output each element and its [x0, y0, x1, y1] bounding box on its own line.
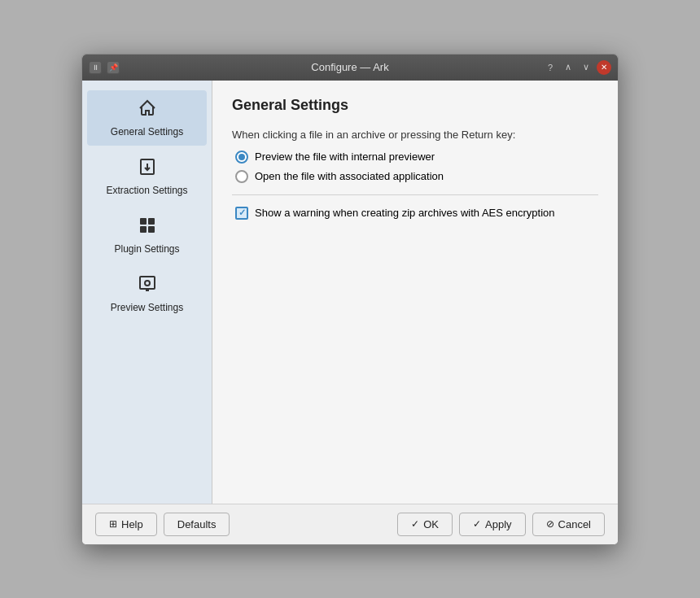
radio-group: Preview the file with internal previewer… — [235, 151, 598, 183]
home-icon — [138, 98, 157, 123]
cancel-button[interactable]: ⊘ Cancel — [532, 513, 605, 536]
titlebar-maximize-btn[interactable]: ∨ — [579, 60, 593, 75]
radio-open-label: Open the file with associated applicatio… — [255, 170, 444, 182]
titlebar-minimize-btn[interactable]: ∧ — [561, 60, 575, 75]
sidebar-label-extraction: Extraction Settings — [106, 185, 187, 196]
titlebar-close-btn[interactable]: ✕ — [597, 60, 611, 75]
sidebar-item-preview[interactable]: Preview Settings — [87, 266, 207, 321]
footer: ⊞ Help Defaults ✓ OK ✓ Apply ⊘ Cancel — [82, 504, 618, 544]
radio-preview-circle — [235, 151, 248, 164]
checkbox-aes-box — [235, 207, 248, 220]
plugin-icon — [138, 216, 157, 240]
titlebar-right-controls: ? ∧ ∨ ✕ — [543, 60, 611, 75]
sidebar-item-extraction[interactable]: Extraction Settings — [87, 149, 207, 204]
svg-point-7 — [145, 281, 150, 286]
ok-button[interactable]: ✓ OK — [397, 513, 453, 536]
titlebar-pause-btn[interactable]: ⏸ — [89, 61, 102, 74]
main-panel: General Settings When clicking a file in… — [212, 81, 618, 504]
footer-right: ✓ OK ✓ Apply ⊘ Cancel — [397, 513, 605, 536]
help-button[interactable]: ⊞ Help — [95, 513, 157, 536]
preview-icon — [138, 274, 157, 299]
radio-preview-label: Preview the file with internal previewer — [255, 151, 435, 163]
window-title: Configure — Ark — [311, 61, 388, 73]
titlebar-pin-btn[interactable]: 📌 — [107, 61, 120, 74]
defaults-button[interactable]: Defaults — [164, 513, 230, 536]
sidebar-item-general[interactable]: General Settings — [87, 90, 207, 146]
svg-rect-5 — [148, 226, 155, 233]
checkbox-aes-label: Show a warning when creating zip archive… — [255, 207, 555, 219]
titlebar-left-controls: ⏸ 📌 — [89, 61, 120, 74]
sidebar-label-general: General Settings — [111, 126, 183, 137]
checkbox-aes[interactable]: Show a warning when creating zip archive… — [235, 207, 598, 220]
cancel-icon: ⊘ — [546, 518, 554, 530]
radio-preview[interactable]: Preview the file with internal previewer — [235, 151, 598, 164]
ok-icon: ✓ — [411, 518, 419, 530]
divider — [232, 194, 598, 195]
footer-left: ⊞ Help Defaults — [95, 513, 230, 536]
section-label: When clicking a file in an archive or pr… — [232, 129, 598, 141]
svg-rect-3 — [148, 218, 155, 225]
app-window: ⏸ 📌 Configure — Ark ? ∧ ∨ ✕ General Sett… — [81, 54, 619, 545]
sidebar-item-plugin[interactable]: Plugin Settings — [87, 207, 207, 263]
apply-button[interactable]: ✓ Apply — [459, 513, 526, 536]
radio-open-circle — [235, 170, 248, 183]
titlebar-help-btn[interactable]: ? — [543, 60, 558, 75]
radio-open[interactable]: Open the file with associated applicatio… — [235, 170, 598, 183]
svg-rect-4 — [140, 226, 147, 233]
apply-icon: ✓ — [473, 518, 481, 530]
page-title: General Settings — [232, 97, 598, 114]
sidebar: General Settings Extraction Settings — [82, 81, 212, 504]
svg-rect-6 — [140, 277, 155, 289]
content-area: General Settings Extraction Settings — [82, 81, 618, 504]
sidebar-label-preview: Preview Settings — [111, 302, 183, 313]
svg-rect-2 — [140, 218, 147, 225]
extraction-icon — [138, 157, 157, 181]
help-icon: ⊞ — [109, 518, 117, 530]
titlebar: ⏸ 📌 Configure — Ark ? ∧ ∨ ✕ — [82, 55, 618, 81]
sidebar-label-plugin: Plugin Settings — [114, 243, 179, 255]
